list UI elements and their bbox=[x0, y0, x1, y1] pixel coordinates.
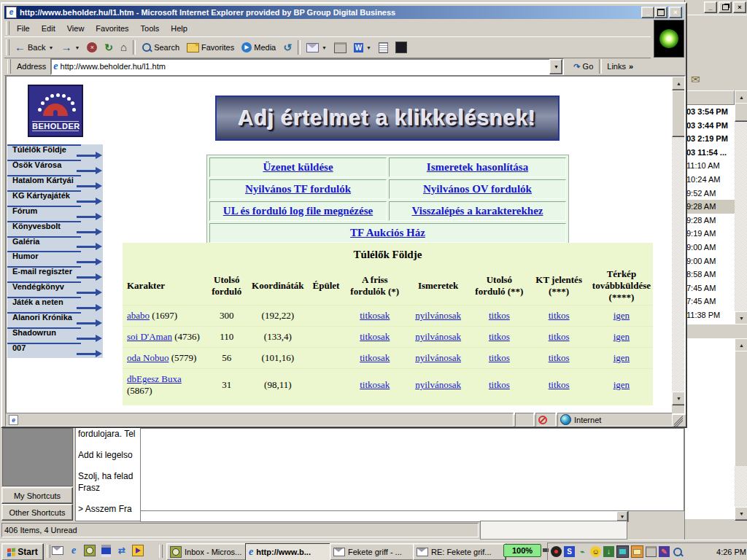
ql-compose-mail-icon[interactable] bbox=[51, 544, 64, 557]
ie-titlebar[interactable]: e http://www.beholder.hu/l1.htm - Micros… bbox=[4, 6, 684, 19]
link-uzenet-kuldese[interactable]: Üzenet küldése bbox=[263, 161, 333, 173]
task-fekete-griff[interactable]: Fekete griff - ... bbox=[330, 543, 417, 560]
outlook-minimize-button[interactable]: _ bbox=[704, 1, 717, 13]
link-nyilvanos-ov-fordulok[interactable]: Nyilvános OV fordulók bbox=[423, 183, 532, 195]
clock[interactable]: 4:26 PM bbox=[716, 548, 747, 556]
stop-button[interactable]: × bbox=[83, 39, 101, 56]
fresh-link[interactable]: titkosak bbox=[360, 379, 390, 390]
outlook-restore-button[interactable] bbox=[719, 1, 732, 13]
knowledge-link[interactable]: nyilvánosak bbox=[415, 331, 461, 342]
body-scroll-track[interactable] bbox=[735, 466, 747, 507]
print-button[interactable] bbox=[330, 39, 350, 56]
list-item[interactable]: 8:58 AM bbox=[685, 268, 735, 281]
fragment-scroll-down[interactable]: ▼ bbox=[616, 511, 628, 521]
mail-dropdown-icon[interactable]: ▼ bbox=[322, 45, 327, 50]
ie-minimize-button[interactable]: _ bbox=[641, 7, 654, 18]
fresh-link[interactable]: titkosak bbox=[360, 331, 390, 342]
map-link[interactable]: igen bbox=[614, 352, 630, 363]
back-button[interactable]: ← Back ▼ bbox=[11, 39, 57, 56]
map-link[interactable]: igen bbox=[614, 310, 630, 321]
tray-network-icon[interactable]: ⌁ bbox=[577, 546, 588, 557]
fresh-link[interactable]: titkosak bbox=[360, 310, 390, 321]
tray-printer-icon[interactable] bbox=[646, 546, 657, 557]
address-input[interactable] bbox=[58, 61, 550, 71]
list-item[interactable]: 7:45 AM bbox=[685, 281, 735, 295]
list-item[interactable]: 9:00 AM bbox=[685, 241, 735, 254]
address-dropdown-button[interactable]: ▼ bbox=[549, 59, 562, 74]
knowledge-link[interactable]: nyilvánosak bbox=[415, 379, 461, 390]
knowledge-link[interactable]: nyilvánosak bbox=[415, 310, 461, 321]
ql-outlook-icon[interactable] bbox=[83, 544, 96, 557]
list-item[interactable]: 03 2:19 PM bbox=[685, 132, 735, 146]
map-link[interactable]: igen bbox=[614, 379, 630, 390]
page-scroll-thumb[interactable] bbox=[672, 90, 686, 137]
list-item[interactable]: 9:52 AM bbox=[685, 187, 735, 201]
tray-mail-notify-icon[interactable] bbox=[631, 545, 643, 558]
link-visszalepes[interactable]: Visszalépés a karakterekhez bbox=[412, 205, 543, 217]
character-link[interactable]: oda Nobuo bbox=[127, 352, 169, 363]
message-list[interactable]: 03 3:54 PM 03 3:44 PM 03 2:19 PM 03 11:5… bbox=[685, 105, 735, 324]
character-link[interactable]: dbEgesz Buxa bbox=[127, 373, 182, 384]
task-re-fekete-griff[interactable]: RE: Fekete grif... bbox=[413, 543, 506, 560]
history-button[interactable]: ↺ bbox=[279, 39, 295, 56]
tray-display-icon[interactable] bbox=[616, 545, 629, 558]
link-ul-log-file[interactable]: UL és forduló log file megnézése bbox=[223, 205, 373, 217]
resize-grip[interactable] bbox=[674, 413, 683, 427]
ie-maximize-button[interactable] bbox=[654, 7, 667, 18]
task-inbox[interactable]: Inbox - Micros... bbox=[166, 543, 249, 560]
discuss-button[interactable] bbox=[375, 39, 392, 56]
search-button[interactable]: Search bbox=[138, 39, 183, 56]
link-tf-aukcios-haz[interactable]: TF Aukciós Ház bbox=[350, 227, 425, 238]
menu-tools[interactable]: Tools bbox=[135, 22, 166, 35]
kt-link[interactable]: titkos bbox=[549, 331, 570, 342]
my-shortcuts-button[interactable]: My Shortcuts bbox=[1, 487, 73, 504]
task-browser-active[interactable]: e http://www.b... bbox=[245, 543, 334, 560]
knowledge-link[interactable]: nyilvánosak bbox=[415, 352, 461, 363]
tray-magnifier-icon[interactable] bbox=[672, 546, 683, 557]
sidebar-item-email-regiszter[interactable]: E-mail regiszter bbox=[7, 266, 103, 281]
links-chevron-icon[interactable]: » bbox=[629, 62, 633, 71]
forward-button[interactable]: → ▼ bbox=[57, 39, 83, 56]
sidebar-item-jatek-a-neten[interactable]: Játék a neten bbox=[7, 297, 103, 312]
addressbar-grip[interactable] bbox=[7, 59, 11, 73]
sidebar-item-galeria[interactable]: Galéria bbox=[7, 236, 103, 252]
menu-grip[interactable] bbox=[6, 21, 9, 34]
favorites-button[interactable]: ★ Favorites bbox=[183, 39, 238, 56]
back-dropdown-icon[interactable]: ▼ bbox=[48, 45, 53, 50]
refresh-button[interactable]: ↻ bbox=[101, 39, 117, 56]
map-link[interactable]: igen bbox=[614, 331, 630, 342]
tray-app-icon[interactable]: S bbox=[564, 546, 575, 557]
messenger-button[interactable] bbox=[392, 39, 411, 56]
body-scroll-thumb[interactable] bbox=[735, 351, 747, 467]
ad-banner[interactable]: Adj értelmet a klikkelésnek! bbox=[215, 96, 560, 141]
lastturn-link[interactable]: titkos bbox=[489, 379, 510, 390]
lastturn-link[interactable]: titkos bbox=[489, 352, 510, 363]
character-link[interactable]: ababo bbox=[127, 310, 150, 321]
kt-link[interactable]: titkos bbox=[549, 310, 570, 321]
sidebar-item-konyvesbolt[interactable]: Könyvesbolt bbox=[7, 221, 103, 236]
send-receive-icon[interactable]: ✉ bbox=[691, 73, 700, 86]
menu-edit[interactable]: Edit bbox=[36, 22, 61, 35]
edit-dropdown-icon[interactable]: ▼ bbox=[366, 45, 371, 50]
list-item[interactable]: 03 3:44 PM bbox=[685, 119, 735, 133]
links-label[interactable]: Links bbox=[604, 62, 629, 71]
list-scroll-track[interactable] bbox=[735, 103, 747, 311]
sidebar-item-humor[interactable]: Humor bbox=[7, 251, 103, 266]
sidebar-item-vendegkonyv[interactable]: Vendégkönyv bbox=[7, 281, 103, 297]
page-scroll-track[interactable] bbox=[672, 137, 684, 392]
tray-security-icon[interactable]: ✎ bbox=[659, 546, 670, 557]
list-item[interactable]: 7:45 AM bbox=[685, 295, 735, 308]
link-nyilvanos-tf-fordulok[interactable]: Nyilvános TF fordulók bbox=[245, 183, 351, 195]
list-scroll-thumb[interactable] bbox=[735, 103, 747, 122]
body-scroll-down[interactable]: ▼ bbox=[735, 507, 747, 521]
media-button[interactable]: ▶ Media bbox=[238, 39, 279, 56]
list-item[interactable]: 11:10 AM bbox=[685, 159, 735, 173]
lastturn-link[interactable]: titkos bbox=[489, 331, 510, 342]
list-item[interactable]: 03 11:54 ... bbox=[685, 146, 735, 160]
mail-button[interactable]: ▼ bbox=[303, 39, 330, 56]
toolbar-grip[interactable] bbox=[6, 39, 9, 55]
sidebar-item-kg-kartyajatek[interactable]: KG Kártyajáték bbox=[7, 190, 103, 206]
ql-media-player-icon[interactable] bbox=[131, 544, 144, 557]
fresh-link[interactable]: titkosak bbox=[360, 352, 390, 363]
tray-antivirus-icon[interactable] bbox=[551, 546, 562, 557]
